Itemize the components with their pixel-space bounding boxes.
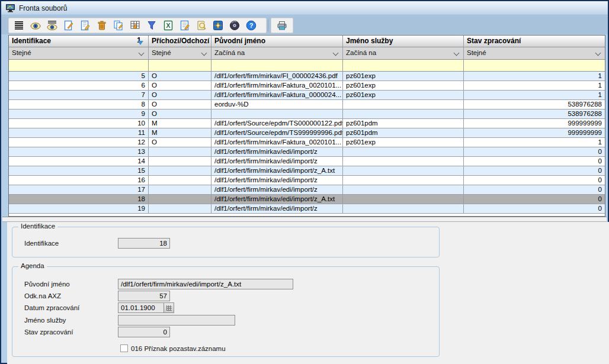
cd-icon xyxy=(229,20,241,31)
filter-input-prichozi-odchozi[interactable] xyxy=(149,60,211,71)
horizontal-splitter[interactable] xyxy=(2,217,607,222)
table-row[interactable]: 18 /dlf1/orfert/firm/mirkav/edi/import/z… xyxy=(9,195,605,204)
cell-prichozi-odchozi xyxy=(149,166,211,175)
print-button[interactable] xyxy=(274,18,290,33)
cell-identifikace: 15 xyxy=(9,166,149,175)
column-header-prichozi-odchozi[interactable]: Příchozí/Odchozí xyxy=(149,36,211,47)
disc-button[interactable] xyxy=(226,18,243,33)
puvodni-jmeno-label: Původní jméno xyxy=(24,281,70,288)
window-title: Fronta souborů xyxy=(19,4,67,12)
stav-zpracovani-field[interactable]: 0 xyxy=(118,327,170,337)
table-row[interactable]: 16 /dlf1/orfert/firm/mirkav/edi/import/z… xyxy=(9,176,605,185)
filter-dropdown-puvodni-jmeno[interactable]: Začíná na xyxy=(211,47,343,59)
column-header-stav-zpracovani[interactable]: Stav zpracování xyxy=(464,36,605,47)
puvodni-jmeno-field[interactable]: /dlf1/orfert/firm/mirkav/edi/import/z_A.… xyxy=(118,279,293,289)
notes-button[interactable] xyxy=(177,18,193,33)
cell-jmeno-sluzby xyxy=(343,157,464,166)
table-row[interactable]: 14 /dlf1/orfert/firm/mirkav/edi/import/z… xyxy=(9,157,605,166)
cell-stav-zpracovani: 538976288 xyxy=(464,100,605,109)
table-row[interactable]: 19 /dlf1/orfert/firm/mirkav/edi/import/z… xyxy=(9,204,605,214)
cell-identifikace: 18 xyxy=(9,195,149,204)
cell-stav-zpracovani: 0 xyxy=(464,157,605,166)
filter-input-identifikace[interactable] xyxy=(9,60,149,71)
cell-prichozi-odchozi: M xyxy=(149,119,211,128)
cell-puvodni-jmeno: /dlf1/orfert/firm/mirkav/Faktura_0020101… xyxy=(211,138,343,147)
agenda-groupbox: Agenda Původní jméno /dlf1/orfert/firm/m… xyxy=(12,266,440,357)
view-all-button[interactable] xyxy=(44,18,60,33)
cell-prichozi-odchozi xyxy=(149,185,211,194)
filter-input-row xyxy=(9,60,605,72)
cell-identifikace: 17 xyxy=(9,185,149,194)
cell-stav-zpracovani: 0 xyxy=(464,147,605,156)
column-header-identifikace[interactable]: Identifikace 1 xyxy=(9,36,149,47)
copy-button[interactable] xyxy=(110,18,127,33)
column-header-jmeno-sluzby[interactable]: Jméno služby xyxy=(343,36,464,47)
table-row[interactable]: 12 O /dlf1/orfert/firm/mirkav/Faktura_00… xyxy=(9,138,605,147)
excel-export-button[interactable]: X xyxy=(160,18,177,33)
filter-dropdown-identifikace[interactable]: Stejné xyxy=(9,47,149,59)
cell-prichozi-odchozi xyxy=(149,195,211,204)
jmeno-sluzby-field[interactable] xyxy=(118,315,235,326)
cell-stav-zpracovani: 538976288 xyxy=(464,109,605,118)
table-row[interactable]: 7 O /dlf1/orfert/firm/mirkav/Faktura_000… xyxy=(9,91,605,100)
table-row[interactable]: 6 O /dlf1/orfert/firm/mirkav/Faktura_002… xyxy=(9,81,605,91)
help-button[interactable]: ? xyxy=(243,18,259,33)
checkbox[interactable] xyxy=(120,344,128,352)
compass-button[interactable] xyxy=(210,18,226,33)
filter-dropdown-stav-zpracovani[interactable]: Stejné xyxy=(464,47,605,59)
filter-dropdown-jmeno-sluzby[interactable]: Začíná na xyxy=(343,47,464,59)
sort-descending-icon xyxy=(137,41,143,45)
cell-identifikace: 16 xyxy=(9,176,149,185)
table-row[interactable]: 15 /dlf1/orfert/firm/mirkav/edi/import/z… xyxy=(9,166,605,176)
eye-lines-icon xyxy=(46,20,58,31)
cell-puvodni-jmeno: /dlf1/orfert/firm/mirkav/edi/import/z_A.… xyxy=(211,195,343,204)
table-row[interactable]: 11 M /dlf1/orfert/Source/epdm/TS99999999… xyxy=(9,128,605,138)
cell-jmeno-sluzby: pz601exp xyxy=(343,138,464,147)
cell-jmeno-sluzby: pz601exp xyxy=(343,81,464,90)
edit-record-button[interactable] xyxy=(77,18,94,33)
table-row[interactable]: 8 O eorduv-%D 538976288 xyxy=(9,100,605,109)
table-row[interactable]: 13 /dlf1/orfert/firm/mirkav/edi/import/z… xyxy=(9,147,605,157)
filter-input-jmeno-sluzby[interactable] xyxy=(343,60,464,71)
filter-input-stav-zpracovani[interactable] xyxy=(464,60,605,71)
table-row[interactable]: 9 O 538976288 xyxy=(9,109,605,119)
new-record-button[interactable] xyxy=(60,18,77,33)
cell-prichozi-odchozi: O xyxy=(149,138,211,147)
cell-identifikace: 11 xyxy=(9,128,149,137)
preview-button[interactable] xyxy=(193,18,210,33)
filter-dropdown-prichozi-odchozi[interactable]: Stejné xyxy=(149,47,211,59)
groupbox-legend: Agenda xyxy=(18,262,47,269)
cell-identifikace: 9 xyxy=(9,109,149,118)
chevron-down-icon xyxy=(201,50,207,56)
document-magnifier-icon xyxy=(195,20,207,31)
table-row[interactable]: 10 M /dlf1/orfert/Source/epdm/TS00000012… xyxy=(9,119,605,128)
cell-puvodni-jmeno: /dlf1/orfert/firm/mirkav/FI_000002436.pd… xyxy=(211,72,343,80)
datum-zpracovani-field[interactable]: 01.01.1900 xyxy=(118,302,164,313)
view-button[interactable] xyxy=(27,18,44,33)
cell-identifikace: 8 xyxy=(9,100,149,109)
cell-stav-zpracovani: 999999999 xyxy=(464,119,605,128)
cell-stav-zpracovani: 0 xyxy=(464,195,605,204)
chevron-down-icon xyxy=(139,50,145,56)
delete-button[interactable] xyxy=(94,18,110,33)
table-row[interactable]: 17 /dlf1/orfert/firm/mirkav/edi/import/z… xyxy=(9,185,605,195)
identifikace-field[interactable]: 18 xyxy=(118,238,170,249)
column-filter-button[interactable] xyxy=(127,18,143,33)
cell-puvodni-jmeno: /dlf1/orfert/firm/mirkav/Faktura_0000024… xyxy=(211,91,343,99)
filter-input-puvodni-jmeno[interactable] xyxy=(211,60,343,71)
odk-na-axz-field[interactable]: 57 xyxy=(118,291,170,301)
table-row[interactable]: 5 O /dlf1/orfert/firm/mirkav/FI_00000243… xyxy=(9,72,605,81)
detail-panel: Identifikace Identifikace 18 Agenda Půvo… xyxy=(7,222,609,364)
calendar-icon xyxy=(166,305,172,311)
toolbar-separator xyxy=(268,20,268,31)
calendar-button[interactable] xyxy=(164,302,174,313)
funnel-icon xyxy=(146,20,158,31)
column-header-puvodni-jmeno[interactable]: Původní jméno xyxy=(211,36,343,47)
cell-puvodni-jmeno: eorduv-%D xyxy=(211,100,343,109)
notepad-pencil-icon xyxy=(179,20,191,31)
stav-zpracovani-label: Stav zpracování xyxy=(24,328,73,336)
list-button[interactable] xyxy=(11,18,27,33)
cell-puvodni-jmeno: /dlf1/orfert/Source/epdm/TS000000122.pdf xyxy=(211,119,343,128)
excel-icon: X xyxy=(162,20,174,31)
filter-button[interactable] xyxy=(143,18,160,33)
